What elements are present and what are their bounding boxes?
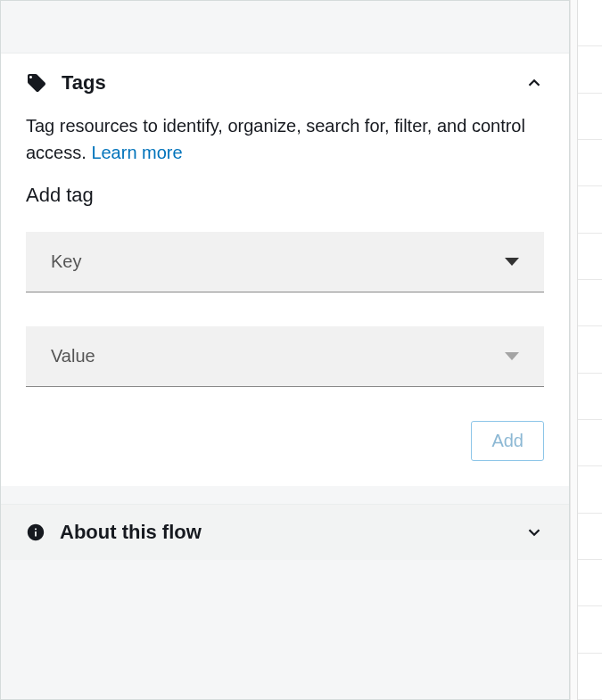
strip-row (578, 466, 602, 513)
info-icon (26, 523, 45, 542)
chevron-up-icon (524, 73, 544, 93)
about-title: About this flow (60, 521, 524, 544)
caret-down-icon (505, 352, 519, 360)
strip-row (578, 234, 602, 280)
about-panel-header[interactable]: About this flow (1, 505, 569, 560)
strip-row (578, 326, 602, 373)
strip-row (578, 514, 602, 560)
top-spacer (1, 1, 569, 53)
strip-row (578, 374, 602, 420)
key-placeholder: Key (51, 251, 81, 272)
strip-row (578, 560, 602, 606)
tag-icon (26, 72, 47, 94)
strip-row (578, 140, 602, 186)
strip-row (578, 654, 602, 700)
learn-more-link[interactable]: Learn more (91, 143, 182, 162)
divider-strip (570, 0, 577, 700)
button-row: Add (26, 421, 544, 461)
about-panel: About this flow (1, 504, 569, 560)
tags-panel-header[interactable]: Tags (1, 54, 569, 105)
strip-row (578, 606, 602, 653)
main-container: Tags Tag resources to identify, organize… (0, 0, 570, 700)
add-button[interactable]: Add (471, 421, 544, 461)
chevron-down-icon (524, 523, 544, 542)
tags-panel: Tags Tag resources to identify, organize… (1, 53, 569, 486)
strip-row (578, 46, 602, 93)
tags-title: Tags (62, 71, 106, 95)
tags-panel-body: Tag resources to identify, organize, sea… (1, 105, 569, 486)
caret-down-icon (505, 258, 519, 266)
strip-row (578, 280, 602, 326)
tags-description: Tag resources to identify, organize, sea… (26, 112, 544, 166)
strip-row (578, 0, 602, 46)
right-strip (577, 0, 602, 700)
strip-row (578, 420, 602, 466)
key-select[interactable]: Key (26, 232, 544, 292)
value-placeholder: Value (51, 346, 95, 366)
strip-row (578, 186, 602, 233)
add-tag-label: Add tag (26, 184, 544, 207)
value-select[interactable]: Value (26, 326, 544, 387)
strip-row (578, 94, 602, 140)
tags-panel-title-group: Tags (26, 71, 524, 95)
